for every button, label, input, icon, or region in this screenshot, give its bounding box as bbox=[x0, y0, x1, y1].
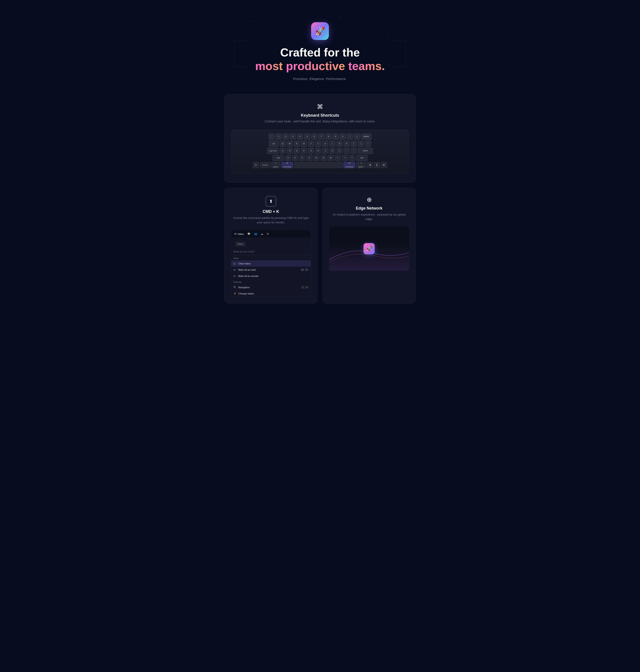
key-command-right[interactable]: ⌘command bbox=[344, 162, 355, 168]
key-8[interactable]: 8 bbox=[325, 134, 332, 140]
key-f[interactable]: F bbox=[301, 148, 307, 154]
key-o[interactable]: O bbox=[336, 141, 343, 147]
key-c[interactable]: C bbox=[299, 155, 305, 161]
key-return[interactable]: return bbox=[358, 148, 373, 154]
key-slash[interactable]: ? bbox=[349, 155, 355, 161]
key-tab[interactable]: tab bbox=[269, 141, 279, 147]
key-shift-right[interactable]: shift bbox=[356, 155, 367, 161]
hero-title-line1: Crafted for the bbox=[229, 46, 411, 59]
key-v[interactable]: V bbox=[306, 155, 312, 161]
key-lbracket[interactable]: { bbox=[351, 141, 357, 147]
key-backslash[interactable]: \ bbox=[365, 141, 371, 147]
key-a[interactable]: A bbox=[279, 148, 286, 154]
key-1[interactable]: 1 bbox=[276, 134, 282, 140]
key-equals[interactable]: = bbox=[354, 134, 360, 140]
key-option-right[interactable]: ⌥option bbox=[356, 162, 366, 168]
shortcut-m: M bbox=[305, 268, 309, 271]
edge-visual: 🚀 bbox=[329, 227, 409, 271]
key-3[interactable]: 3 bbox=[290, 134, 296, 140]
hero-title-line2: most productive teams. bbox=[229, 60, 411, 72]
key-b[interactable]: B bbox=[313, 155, 320, 161]
mini-list-navigation[interactable]: 🔍 Navigation ⇧ P bbox=[231, 284, 311, 290]
mini-nav-team[interactable]: 👥 bbox=[254, 232, 257, 235]
key-u[interactable]: U bbox=[322, 141, 329, 147]
mini-nav-cloud[interactable]: ☁ bbox=[261, 232, 263, 235]
clear-inbox-icon: ◎ bbox=[233, 262, 236, 265]
key-x[interactable]: X bbox=[292, 155, 298, 161]
key-i[interactable]: I bbox=[329, 141, 336, 147]
bracket-right-decoration bbox=[393, 41, 406, 67]
key-control[interactable]: control bbox=[260, 162, 270, 168]
cmdK-icon: ⬆ bbox=[265, 196, 276, 207]
key-d[interactable]: D bbox=[294, 148, 300, 154]
key-t[interactable]: T bbox=[308, 141, 314, 147]
mini-list-clear-inbox[interactable]: ◎ Clear inbox bbox=[231, 261, 311, 267]
key-n[interactable]: N bbox=[320, 155, 327, 161]
key-9[interactable]: 9 bbox=[332, 134, 339, 140]
keyboard-row-3: caps lock A S D F G H J K L : ' return bbox=[235, 148, 405, 154]
mini-search-area: Home What do you need? Inbox ◎ Clear inb… bbox=[231, 238, 311, 297]
mini-search-input[interactable]: What do you need? bbox=[231, 249, 311, 255]
key-5[interactable]: 5 bbox=[304, 134, 310, 140]
key-g[interactable]: G bbox=[308, 148, 314, 154]
key-delete[interactable]: delete bbox=[361, 134, 372, 140]
key-arrow-right[interactable]: ▶ bbox=[381, 162, 387, 168]
key-q[interactable]: Q bbox=[279, 141, 286, 147]
key-z[interactable]: Z bbox=[285, 155, 291, 161]
key-y[interactable]: Y bbox=[315, 141, 321, 147]
key-arrow-left[interactable]: ◀ bbox=[367, 162, 373, 168]
mark-read-label: Mark all as read bbox=[238, 268, 256, 271]
mini-nav-settings[interactable]: ⚙ bbox=[267, 232, 269, 235]
bracket-left-decoration bbox=[234, 41, 247, 67]
key-j[interactable]: J bbox=[322, 148, 329, 154]
key-period[interactable]: > bbox=[342, 155, 348, 161]
key-s[interactable]: S bbox=[287, 148, 293, 154]
key-arrows-ud[interactable]: ▲▼ bbox=[374, 162, 380, 168]
mini-nav-inbox[interactable]: ✉ Inbox bbox=[234, 232, 244, 236]
key-7[interactable]: 7 bbox=[318, 134, 324, 140]
key-e[interactable]: E bbox=[294, 141, 300, 147]
key-fn[interactable]: fn bbox=[253, 162, 259, 168]
key-m[interactable]: M bbox=[328, 155, 334, 161]
key-k[interactable]: K bbox=[329, 148, 336, 154]
cmdK-title: CMD + K bbox=[231, 209, 311, 214]
key-space[interactable] bbox=[294, 162, 343, 168]
mini-nav-messages[interactable]: 💬 bbox=[247, 232, 250, 235]
key-4[interactable]: 4 bbox=[297, 134, 303, 140]
navigation-shortcut: ⇧ P bbox=[301, 286, 308, 289]
key-shift-left[interactable]: shift bbox=[273, 155, 284, 161]
key-option-left[interactable]: ⌥option bbox=[271, 162, 280, 168]
key-caps[interactable]: caps lock bbox=[267, 148, 279, 154]
cmdK-card: ⬆ CMD + K Access the command palette by … bbox=[224, 188, 317, 303]
edge-desc: An instant in-platform experience - powe… bbox=[329, 213, 409, 221]
key-2[interactable]: 2 bbox=[283, 134, 289, 140]
mini-list-change-status[interactable]: ⚡ Change status bbox=[231, 290, 311, 297]
inbox-icon: ✉ bbox=[234, 232, 237, 236]
keyboard-row-2: tab Q W E R T Y U I O P { } \ bbox=[235, 141, 405, 147]
key-r[interactable]: R bbox=[301, 141, 307, 147]
keyboard-desc: Connect your tools - we'll handle the re… bbox=[231, 119, 409, 123]
hero-title-productive: productive bbox=[286, 60, 345, 72]
key-quote[interactable]: ' bbox=[351, 148, 357, 154]
key-tilde[interactable]: ~` bbox=[268, 134, 275, 140]
key-semicolon[interactable]: : bbox=[344, 148, 350, 154]
hero-subtitle: Precision. Elegance. Performance. bbox=[229, 77, 411, 81]
key-h[interactable]: H bbox=[315, 148, 321, 154]
change-status-label: Change status bbox=[238, 292, 254, 295]
key-6[interactable]: 6 bbox=[311, 134, 317, 140]
key-l[interactable]: L bbox=[336, 148, 343, 154]
key-minus[interactable]: - bbox=[347, 134, 353, 140]
key-command-left[interactable]: ⌘command bbox=[281, 162, 293, 168]
key-comma[interactable]: < bbox=[335, 155, 341, 161]
key-p[interactable]: P bbox=[344, 141, 350, 147]
keyboard-container: ~` 1 2 3 4 5 6 7 8 9 0 - = delete tab Q … bbox=[231, 129, 409, 173]
mini-list-mark-unread[interactable]: ◎ Mark all as unread bbox=[231, 273, 311, 279]
key-rbracket[interactable]: } bbox=[358, 141, 364, 147]
inbox-section-label: Inbox bbox=[231, 255, 311, 261]
mark-read-icon: ⇄ bbox=[233, 268, 236, 271]
key-0[interactable]: 0 bbox=[339, 134, 346, 140]
cloud-icon: ☁ bbox=[261, 232, 263, 235]
keyboard-row-4: shift Z X C V B N M < > ? shift bbox=[235, 155, 405, 161]
key-w[interactable]: W bbox=[287, 141, 293, 147]
mini-list-mark-read[interactable]: ⇄ Mark all as read ⌘ M bbox=[231, 267, 311, 273]
